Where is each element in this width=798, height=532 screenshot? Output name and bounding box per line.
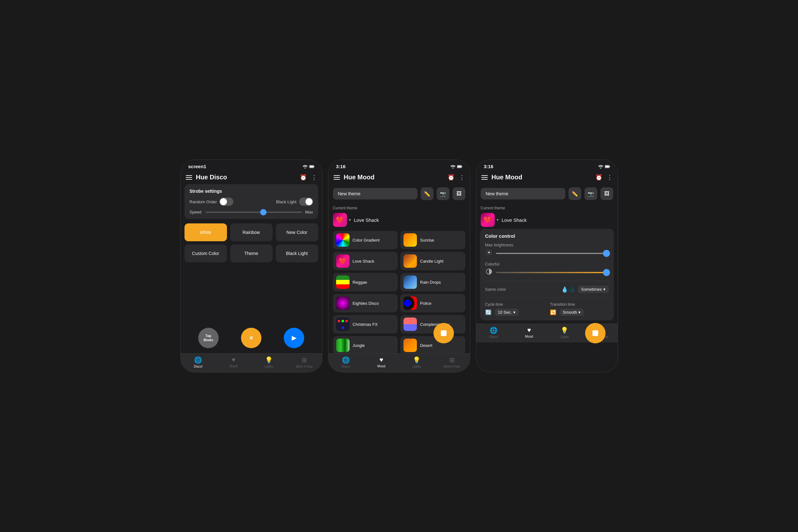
svg-rect-5	[457, 166, 461, 168]
same-color-dropdown[interactable]: Sometimes ▾	[578, 286, 608, 293]
tab-disco-3[interactable]: 🌐 Disco!	[476, 326, 512, 339]
edit-button-3[interactable]: ✏️	[569, 187, 581, 200]
same-color-value: Sometimes	[581, 287, 602, 292]
new-color-button[interactable]: New Color	[276, 223, 318, 241]
max-brightness-label: Max brightness	[485, 243, 609, 247]
rainbow-button[interactable]: Rainbow	[230, 223, 272, 241]
new-theme-button-3[interactable]: New theme	[481, 188, 565, 200]
tab-lights-3[interactable]: 💡 Lights	[547, 326, 582, 339]
color-gradient-name: Color Gradient	[353, 238, 380, 243]
stop-icon-2	[441, 330, 446, 336]
theme-item-rain-drops[interactable]: Rain Drops	[400, 273, 466, 291]
theme-item-eighties-disco[interactable]: Eighties Disco	[333, 294, 398, 312]
theme-item-police[interactable]: Police	[400, 294, 466, 312]
wifi-icon-3	[598, 165, 603, 169]
play-icon: ▶	[292, 335, 296, 341]
brightness-thumb	[603, 250, 610, 257]
reggae-name: Reggae	[353, 280, 367, 285]
theme-toolbar-3: New theme ✏️ 📷 🖼	[476, 184, 618, 203]
more-icon-3[interactable]: ⋮	[607, 174, 612, 181]
camera-button-3[interactable]: 📷	[585, 187, 597, 200]
phone-screen-1: screen1 Hue Disco ⏰ ⋮ Strobe settings Ra…	[180, 159, 322, 373]
hamburger-menu[interactable]	[186, 175, 192, 180]
random-order-toggle[interactable]	[219, 197, 233, 206]
tab-mood-1[interactable]: ♥ Mood	[216, 356, 251, 368]
tab-mood-3[interactable]: ♥ Mood	[511, 326, 547, 339]
tap-beats-button[interactable]: TapBeats	[198, 328, 218, 348]
cycle-time-dropdown[interactable]: 10 Sec. ▾	[495, 309, 519, 316]
theme-item-candle-light[interactable]: Candle Light	[400, 252, 466, 270]
color-control-section: Color control Max brightness Colorful	[480, 229, 614, 320]
candle-light-thumb	[403, 254, 417, 268]
theme-item-christmas-fx[interactable]: Christmas FX	[333, 315, 398, 334]
strobe-title: Strobe settings	[190, 189, 313, 194]
sunrise-name: Sunrise	[420, 238, 434, 243]
mood-label-3: Mood	[525, 335, 533, 338]
gallery-button-3[interactable]: 🖼	[601, 187, 613, 200]
edit-button[interactable]: ✏️	[421, 187, 434, 200]
stop-icon-3	[592, 330, 598, 336]
alarm-icon-2[interactable]: ⏰	[448, 174, 455, 181]
white-button[interactable]: White	[185, 223, 227, 241]
black-light-toggle[interactable]	[299, 197, 313, 206]
disco-icon: 🌐	[194, 356, 202, 364]
tab-disco-1[interactable]: 🌐 Disco!	[180, 356, 216, 368]
more-icon[interactable]: ⋮	[311, 174, 317, 181]
same-color-label: Same color	[485, 287, 559, 292]
gallery-icon: 🖼	[456, 191, 461, 196]
desert-thumb	[403, 339, 417, 352]
tab-more-1[interactable]: ⊞ More 4 Hue	[287, 356, 322, 368]
speed-slider[interactable]	[206, 212, 302, 213]
theme-item-color-gradient[interactable]: Color Gradient	[333, 231, 398, 249]
more-icon-2[interactable]: ⋮	[459, 174, 465, 181]
play-button[interactable]: ▶	[284, 328, 304, 348]
hamburger-menu-2[interactable]	[334, 175, 340, 180]
tab-mood-2[interactable]: ♥ Mood	[364, 356, 399, 368]
brightness-slider[interactable]	[496, 253, 609, 254]
gallery-button[interactable]: 🖼	[453, 187, 466, 200]
status-icons-1	[303, 165, 315, 169]
christmas-fx-name: Christmas FX	[353, 322, 378, 327]
jungle-name: Jungle	[353, 343, 365, 348]
theme-item-jungle[interactable]: Jungle	[333, 336, 398, 353]
cancel-button[interactable]: ✕	[241, 328, 262, 348]
tab-lights-1[interactable]: 💡 Lights	[251, 356, 287, 368]
black-light-group: Black Light	[276, 197, 313, 206]
status-time-3: 3:16	[484, 164, 493, 169]
transition-time-label: Transition time	[550, 302, 609, 307]
new-theme-button[interactable]: New theme	[333, 188, 418, 200]
nav-bar-2: Hue Mood ⏰ ⋮	[328, 171, 470, 184]
alarm-icon-3[interactable]: ⏰	[595, 174, 602, 181]
svg-rect-8	[605, 166, 609, 168]
tab-lights-2[interactable]: 💡 Lights	[399, 356, 434, 368]
lights-label-2: Lights	[413, 365, 421, 368]
transition-dropdown[interactable]: Smooth ▾	[559, 309, 584, 316]
tab-more-2[interactable]: ⊞ More 4 Hue	[434, 356, 470, 368]
gallery-icon-3: 🖼	[604, 191, 609, 196]
custom-color-button[interactable]: Custom Color	[185, 245, 227, 262]
colorful-slider[interactable]	[496, 272, 609, 273]
theme-button[interactable]: Theme	[230, 245, 272, 262]
stop-button-2[interactable]	[434, 323, 454, 343]
current-theme-name-3: Love Shack	[502, 217, 527, 223]
mood-icon-2: ♥	[380, 356, 383, 363]
same-color-group: Same color 💧🌑 Sometimes ▾	[485, 281, 609, 293]
hamburger-menu-3[interactable]	[481, 175, 488, 180]
current-theme-label-3: Current theme	[481, 206, 613, 210]
buttons-grid: White Rainbow New Color Custom Color The…	[185, 223, 318, 262]
status-icons-3	[598, 165, 610, 169]
tab-disco-2[interactable]: 🌐 Disco!	[328, 356, 364, 368]
theme-item-complementary[interactable]: Complementary	[400, 315, 466, 334]
tab-bar-1: 🌐 Disco! ♥ Mood 💡 Lights ⊞ More 4 Hue	[180, 353, 322, 372]
theme-item-desert[interactable]: Desert	[400, 336, 466, 353]
rain-drops-name: Rain Drops	[420, 280, 441, 285]
theme-item-sunrise[interactable]: Sunrise	[400, 231, 466, 249]
wifi-icon	[303, 165, 308, 169]
theme-item-reggae[interactable]: Reggae	[333, 273, 398, 291]
camera-button[interactable]: 📷	[437, 187, 450, 200]
dropdown-arrow-3: ▾	[497, 217, 499, 222]
black-light-button[interactable]: Black Light	[276, 245, 318, 262]
stop-button-3[interactable]	[585, 323, 606, 343]
alarm-icon[interactable]: ⏰	[300, 174, 307, 181]
theme-item-love-shack[interactable]: Love Shack	[333, 252, 398, 270]
